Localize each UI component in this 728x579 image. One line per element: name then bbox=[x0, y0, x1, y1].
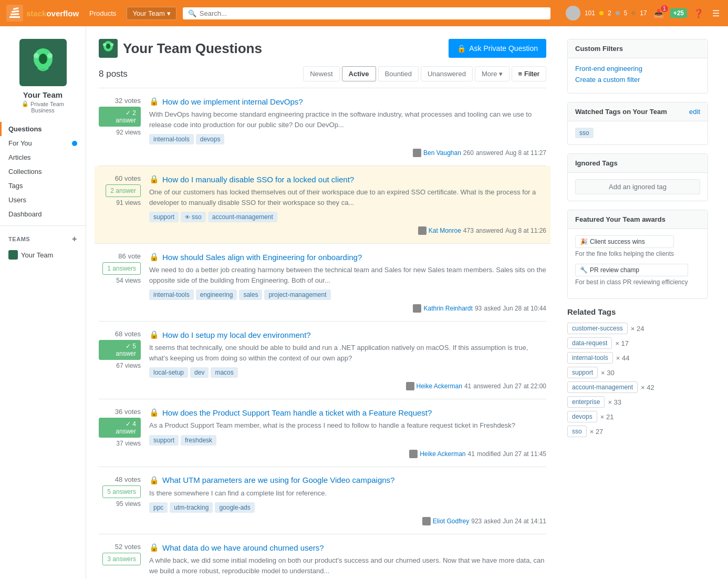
nav-questions[interactable]: Questions bbox=[0, 122, 86, 136]
username[interactable]: Kat Monroe bbox=[429, 227, 461, 234]
left-sidebar: Your Team 🔒 Private Team Business Questi… bbox=[0, 26, 86, 579]
tag-engineering[interactable]: engineering bbox=[196, 290, 237, 300]
nav-collections[interactable]: Collections bbox=[0, 164, 86, 179]
tag-support[interactable]: support bbox=[149, 435, 179, 446]
related-tag-data-request[interactable]: data-request bbox=[567, 337, 612, 349]
related-tag-support[interactable]: support bbox=[567, 367, 598, 378]
username[interactable]: Eliot Godfrey bbox=[433, 518, 469, 525]
tag-freshdesk[interactable]: freshdesk bbox=[181, 435, 216, 446]
q-tags: ppc utm-tracking google-ads bbox=[149, 502, 546, 513]
related-tag-account-management[interactable]: account-management bbox=[567, 381, 638, 393]
help-btn[interactable]: ❓ bbox=[691, 6, 706, 20]
tag-project-management[interactable]: project-management bbox=[264, 290, 330, 300]
q-content: 🔒 What UTM parameters are we using for G… bbox=[149, 475, 546, 526]
related-tag-row: account-management × 42 bbox=[567, 381, 708, 393]
custom-filters-header: Custom Filters bbox=[568, 39, 708, 58]
related-tag-row: support × 30 bbox=[567, 367, 708, 378]
watched-tags-widget: Watched Tags on Your Team edit sso bbox=[567, 102, 708, 145]
nav-users[interactable]: Users bbox=[0, 193, 86, 207]
q-answers: 5 answers bbox=[102, 485, 141, 498]
featured-awards-header: Featured Your Team awards bbox=[568, 210, 708, 229]
award-badge-pr-review[interactable]: 🔧 PR review champ bbox=[575, 264, 688, 276]
q-title-link[interactable]: 🔒 How do I setup my local dev environmen… bbox=[149, 330, 546, 339]
create-custom-filter-link[interactable]: Create a custom filter bbox=[575, 76, 700, 84]
q-title-link[interactable]: 🔒 How does the Product Support Team hand… bbox=[149, 408, 546, 417]
tag-account-management[interactable]: account-management bbox=[208, 212, 277, 222]
nav-dashboard[interactable]: Dashboard bbox=[0, 207, 86, 221]
related-tag-enterprise[interactable]: enterprise bbox=[567, 396, 605, 408]
tag-devops[interactable]: devops bbox=[196, 134, 225, 144]
q-content: 🔒 What data do we have around churned us… bbox=[149, 543, 546, 579]
filter-tab-more[interactable]: More ▾ bbox=[475, 66, 509, 81]
related-tag-count: × 42 bbox=[641, 384, 654, 391]
header-right: 101 2 5 17 📥 1 +25 ❓ ☰ bbox=[566, 6, 722, 20]
nav-tags[interactable]: Tags bbox=[0, 179, 86, 193]
tag-dev[interactable]: dev bbox=[190, 367, 209, 378]
table-row: 68 votes ✓ 5 answer 67 views 🔒 How do I … bbox=[99, 322, 546, 399]
watched-tag-sso[interactable]: sso bbox=[575, 128, 594, 138]
q-stats: 32 votes ✓ 2 answer 92 views bbox=[99, 97, 141, 157]
username[interactable]: Ben Vaughan bbox=[423, 149, 461, 157]
q-meta: Kathrin Reinhardt 93 asked Jun 28 at 10:… bbox=[149, 304, 546, 313]
watched-tags-body: sso bbox=[568, 121, 708, 144]
filter-tab-unanswered[interactable]: Unanswered bbox=[421, 66, 473, 81]
team-list-item[interactable]: Your Team bbox=[8, 248, 77, 262]
tag-ppc[interactable]: ppc bbox=[149, 502, 168, 513]
avatar[interactable] bbox=[566, 6, 580, 20]
tag-macos[interactable]: macos bbox=[211, 367, 237, 378]
front-end-engineering-filter[interactable]: Front-end engineering bbox=[575, 65, 700, 73]
related-tag-sso[interactable]: sso bbox=[567, 426, 587, 437]
tag-sso[interactable]: 👁 sso bbox=[181, 212, 206, 222]
filter-tab-active[interactable]: Active bbox=[342, 66, 376, 81]
q-title-link[interactable]: 🔒 What UTM parameters are we using for G… bbox=[149, 475, 546, 485]
q-tags: support freshdesk bbox=[149, 435, 546, 446]
avatar bbox=[413, 149, 421, 157]
award-badge-client-success[interactable]: 🎉 Client success wins bbox=[575, 235, 674, 248]
q-title-link[interactable]: 🔒 How do I manually disable SSO for a lo… bbox=[149, 174, 546, 184]
add-ignored-tag-button[interactable]: Add an ignored tag bbox=[575, 179, 700, 194]
nav-team-dropdown[interactable]: Your Team ▾ bbox=[127, 7, 176, 20]
tag-support[interactable]: support bbox=[149, 212, 179, 222]
ignored-tags-header: Ignored Tags bbox=[568, 154, 708, 173]
q-excerpt: As a Product Support Team member, what i… bbox=[149, 420, 546, 431]
filter-tab-newest[interactable]: Newest bbox=[303, 66, 339, 81]
avatar bbox=[409, 450, 418, 458]
hamburger-btn[interactable]: ☰ bbox=[710, 6, 722, 20]
tag-local-setup[interactable]: local-setup bbox=[149, 367, 188, 378]
related-tag-internal-tools[interactable]: internal-tools bbox=[567, 352, 613, 364]
nav-articles[interactable]: Articles bbox=[0, 150, 86, 164]
username[interactable]: Heike Ackerman bbox=[420, 450, 465, 458]
tag-utm-tracking[interactable]: utm-tracking bbox=[170, 502, 213, 513]
username[interactable]: Heike Ackerman bbox=[417, 382, 462, 390]
award-icon: 🎉 bbox=[580, 238, 588, 245]
related-tags-header: Related Tags bbox=[567, 307, 708, 316]
tag-sales[interactable]: sales bbox=[239, 290, 262, 300]
filter-tab-bountied[interactable]: Bountied bbox=[378, 66, 419, 81]
username[interactable]: Kathrin Reinhardt bbox=[423, 305, 472, 312]
search-input[interactable] bbox=[200, 9, 545, 17]
tag-internal-tools[interactable]: internal-tools bbox=[149, 290, 194, 300]
tag-google-ads[interactable]: google-ads bbox=[215, 502, 254, 513]
edit-watched-tags-link[interactable]: edit bbox=[689, 108, 700, 116]
add-team-btn[interactable]: + bbox=[72, 234, 77, 244]
ask-private-question-button[interactable]: 🔒 Ask Private Question bbox=[449, 39, 546, 58]
related-tag-customer-success[interactable]: customer-success bbox=[567, 323, 628, 334]
award-description: For the fine folks helping the clients bbox=[575, 250, 674, 257]
nav-for-you[interactable]: For You bbox=[0, 136, 86, 150]
search-bar[interactable]: 🔍 bbox=[183, 7, 550, 19]
related-tag-devops[interactable]: devops bbox=[567, 411, 597, 422]
q-title-link[interactable]: 🔒 How should Sales align with Engineerin… bbox=[149, 252, 546, 262]
nav-divider bbox=[0, 225, 86, 226]
ignored-tags-widget: Ignored Tags Add an ignored tag bbox=[567, 153, 708, 201]
q-title-link[interactable]: 🔒 How do we implement internal DevOps? bbox=[149, 97, 546, 106]
logo[interactable]: stackoverflow bbox=[6, 5, 79, 22]
q-tags: support 👁 sso account-management bbox=[149, 212, 546, 222]
inbox-btn[interactable]: 📥 1 bbox=[651, 6, 666, 20]
q-meta: Kat Monroe 473 answered Aug 8 at 11:26 bbox=[149, 226, 546, 235]
q-title-link[interactable]: 🔒 What data do we have around churned us… bbox=[149, 543, 546, 552]
tag-internal-tools[interactable]: internal-tools bbox=[149, 134, 194, 144]
table-row: 52 votes 3 answers 🔒 What data do we hav… bbox=[99, 534, 546, 579]
nav-products[interactable]: Products bbox=[85, 7, 120, 19]
main-content: Your Team Questions 🔒 Ask Private Questi… bbox=[86, 26, 559, 579]
filter-button[interactable]: ≡ Filter bbox=[512, 66, 546, 81]
